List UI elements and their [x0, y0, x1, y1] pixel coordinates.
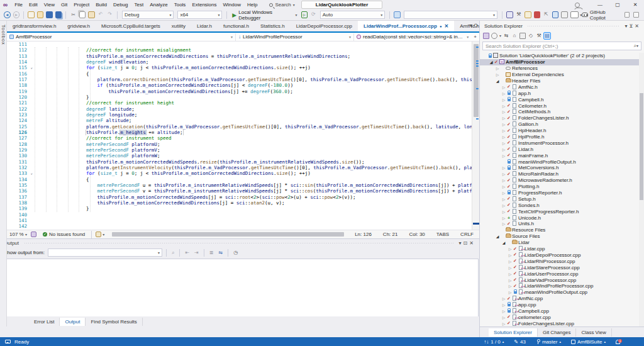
open-file-icon[interactable] [37, 11, 44, 18]
tree-item-microwaveradiometer-h[interactable]: ▷✓MicrowaveRadiometer.h [480, 177, 640, 184]
code-line-123[interactable]: 123degreeF longitude; [7, 112, 479, 118]
wrench-icon[interactable]: ⚒ [516, 11, 523, 18]
collapsed-arrow-icon[interactable]: ▷ [501, 135, 506, 139]
project-scope-dropdown[interactable]: AmfBlProcessor▾ [7, 33, 236, 41]
solution-explorer-search[interactable]: Search Solution Explorer (Ctrl+;) ⌕▾ [482, 42, 641, 50]
tree-item-amfblprocessor[interactable]: ◢✓+AmfBlProcessor [480, 59, 640, 65]
menu-build[interactable]: Build [92, 2, 110, 8]
close-icon[interactable]: ✕ [635, 23, 641, 29]
tree-item-hplheader-h[interactable]: ▷✓HplHeader.h [480, 128, 640, 134]
save-all-icon[interactable] [55, 11, 62, 18]
tree-item-sondes-h[interactable]: ▷✓Sondes.h [480, 202, 640, 208]
tree-item-folderchangeslister-h[interactable]: ▷✓FolderChangesLister.h [480, 115, 640, 121]
tree-item-app-cpp[interactable]: ▷++app.cpp [480, 302, 640, 308]
code-line-133[interactable]: 133⌄for (size_t j = 0; j < thisProfile.m… [7, 170, 479, 176]
tree-item-folderchangeslister-cpp[interactable]: ▷✓++FolderChangesLister.cpp [480, 320, 640, 326]
window-position-icon[interactable]: ▾ [459, 240, 464, 246]
notifications-button[interactable]: 1 [616, 340, 620, 344]
tree-item-amfnc-cpp[interactable]: ▷✓++AmfNc.cpp [480, 296, 640, 302]
code-line-117[interactable]: 117platform.correctDirection(thisProfile… [7, 77, 479, 82]
tree-item-cellmethods-h[interactable]: ▷✓CellMethods.h [480, 109, 640, 115]
code-line-137[interactable]: 137thisProfile.m_motionCorrectedWindSpee… [7, 194, 479, 200]
collapsed-arrow-icon[interactable]: ▷ [501, 104, 506, 108]
collapsed-arrow-icon[interactable]: ▷ [501, 178, 506, 182]
code-line-116[interactable]: 116{ [7, 71, 479, 77]
editor-vertical-scrollbar[interactable] [472, 42, 479, 230]
auto-dropdown[interactable]: Auto▾ [320, 11, 385, 19]
collapsed-arrow-icon[interactable]: ▷ [501, 296, 506, 301]
tree-item-resource-files[interactable]: Resource Files [480, 227, 640, 233]
collapsed-arrow-icon[interactable]: ▷ [501, 85, 506, 89]
bottom-tab-output[interactable]: Output [60, 318, 86, 326]
collapsed-arrow-icon[interactable]: ▷ [495, 72, 500, 77]
column-indicator[interactable]: Col: 30 [403, 232, 430, 237]
clear-all-icon[interactable]: ≣ [209, 250, 214, 255]
tree-item-hplprofile-h[interactable]: ▷✓HplProfile.h [480, 134, 640, 140]
collapsed-arrow-icon[interactable]: ▷ [501, 153, 506, 158]
task-list-icon[interactable] [525, 11, 531, 18]
document-tab-lidar-h[interactable]: Lidar.h [191, 21, 218, 31]
collapsed-arrow-icon[interactable]: ▷ [501, 209, 506, 214]
document-tab-xutility[interactable]: xutility [166, 21, 191, 31]
collapsed-arrow-icon[interactable]: ▷ [501, 165, 506, 170]
code-line-132[interactable]: 132platform.getInstrumentVelocity(thisPr… [7, 165, 479, 170]
zoom-level-dropdown[interactable]: 107 % ▾ [7, 232, 30, 237]
toggle-word-wrap-icon[interactable]: ⇋ [219, 250, 223, 255]
code-line-121[interactable]: 121//correct for instrument height [7, 100, 479, 106]
document-tab-lidardepolprocessor-cpp[interactable]: LidarDepolProcessor.cpp [291, 21, 358, 31]
eol-indicator[interactable]: CRLF [455, 232, 479, 237]
new-file-icon[interactable] [28, 11, 35, 18]
code-line-115[interactable]: 115⌄for (size_t j = 0; j < thisProfile.m… [7, 65, 479, 70]
code-line-131[interactable]: 131thisProfile.m_motionCorrectedWindSpee… [7, 159, 479, 165]
collapsed-arrow-icon[interactable]: ▷ [508, 253, 513, 257]
expanded-arrow-icon[interactable]: ◢ [501, 240, 506, 245]
code-line-139[interactable]: 139} [7, 206, 479, 211]
collapsed-arrow-icon[interactable]: ▷ [501, 122, 506, 126]
char-indicator[interactable]: Ch: 21 [377, 232, 404, 237]
issues-status[interactable]: No issues found [49, 232, 85, 237]
code-line-130[interactable]: 130metrePerSecondF platformW; [7, 153, 479, 159]
tree-item-lidardepolprocessor-cpp[interactable]: ▷✓++LidarDepolProcessor.cpp [480, 252, 640, 259]
go-previous-icon[interactable]: ⇤ [185, 250, 189, 255]
code-line-129[interactable]: 129metrePerSecondF platformV; [7, 147, 479, 153]
collapsed-arrow-icon[interactable]: ▷ [501, 147, 506, 152]
code-line-114[interactable]: 114degreeF windElevation; [7, 59, 479, 65]
code-cleanup-icon[interactable] [96, 232, 101, 237]
code-line-120[interactable]: 120} [7, 94, 479, 100]
collapsed-arrow-icon[interactable]: ▷ [501, 221, 506, 226]
document-tab-functional-h[interactable]: functional.h [218, 21, 255, 31]
member-dropdown[interactable]: readData(const std::vector<sci::string>&… [354, 33, 471, 41]
diagram-icon[interactable] [561, 11, 568, 18]
tree-item-meanwindprofileoutput-h[interactable]: meanWindProfileOutput.h [480, 159, 640, 165]
tree-item-amfnc-h[interactable]: ▷✓AmfNc.h [480, 84, 640, 90]
code-line-142[interactable]: 142 [7, 223, 479, 229]
collapsed-arrow-icon[interactable]: ▷ [501, 184, 506, 189]
search-control[interactable]: Search ▾ [269, 2, 294, 8]
navigate-back-icon[interactable]: ◂ [4, 11, 11, 18]
bottom-tab-find-symbol-results[interactable]: Find Symbol Results [86, 318, 142, 326]
collapsed-arrow-icon[interactable]: ▷ [501, 191, 506, 195]
close-tab-icon[interactable]: ✕ [445, 23, 449, 29]
hot-reload-icon[interactable]: ⟳ [310, 11, 317, 18]
code-line-119[interactable]: 119thisProfile.m_motionCorrectedWindDire… [7, 89, 479, 94]
collapse-chevron-icon[interactable]: ⌄ [31, 170, 33, 176]
tree-item-header-files[interactable]: ◢Header Files [480, 78, 640, 84]
collapsed-arrow-icon[interactable]: ▷ [501, 128, 506, 133]
tree-item-campbell-cpp[interactable]: ▷++Campbell.cpp [480, 308, 640, 315]
tree-item-lidar-cpp[interactable]: ▷✓++Lidar.cpp [480, 246, 640, 252]
collapsed-arrow-icon[interactable]: ▷ [501, 203, 506, 208]
cut-icon[interactable]: ✂ [70, 11, 77, 18]
menu-test[interactable]: Test [131, 2, 147, 8]
bottom-tab-error-list[interactable]: Error List [29, 318, 60, 326]
collapsed-arrow-icon[interactable]: ▷ [501, 141, 506, 145]
tree-item-progressreporter-h[interactable]: ▷ProgressReporter.h [480, 190, 640, 196]
account-icon[interactable] [575, 3, 580, 8]
collapsed-arrow-icon[interactable]: ▷ [501, 216, 506, 220]
tree-item-mainframe-h[interactable]: ▷✓mainFrame.h [480, 152, 640, 159]
tree-item-units-h[interactable]: ▷✓Units.h [480, 221, 640, 227]
show-all-files-icon[interactable]: ▤ [544, 33, 550, 39]
feedback-bubble-icon[interactable] [5, 340, 11, 343]
tree-item-lidarstareprocessor-cpp[interactable]: ▷✓++LidarStareProcessor.cpp [480, 264, 640, 271]
tree-item-lidar-h[interactable]: ▷✓Lidar.h [480, 146, 640, 152]
home-icon[interactable]: ⌂ [511, 33, 518, 39]
